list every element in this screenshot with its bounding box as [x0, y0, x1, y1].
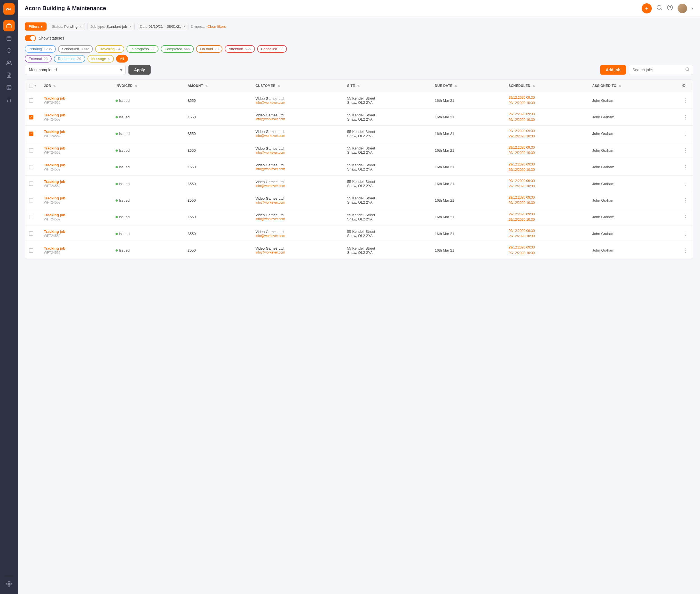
scheduled-start: 29/12:2020 09:30	[508, 111, 584, 117]
table-settings-icon[interactable]: ⚙	[682, 83, 686, 88]
customer-email[interactable]: info@workever.com	[256, 217, 339, 221]
status-badge-requested[interactable]: Requested 29	[54, 55, 85, 63]
status-badge-scheduled[interactable]: Scheduled 8902	[58, 45, 93, 53]
row-menu-button[interactable]: ⋮	[682, 97, 689, 104]
job-link[interactable]: Tracking job	[44, 179, 108, 184]
status-badge-on-hold[interactable]: On hold 28	[196, 45, 223, 53]
help-icon-button[interactable]	[667, 4, 673, 12]
job-link[interactable]: Tracking job	[44, 246, 108, 251]
row-checkbox[interactable]	[29, 248, 33, 253]
row-checkbox[interactable]	[29, 231, 33, 236]
sidebar-item-calendar[interactable]	[3, 33, 14, 44]
sort-icon-site[interactable]: ⇅	[357, 85, 360, 88]
job-link[interactable]: Tracking job	[44, 163, 108, 167]
select-all-checkbox[interactable]	[29, 84, 33, 88]
customer-email[interactable]: info@workever.com	[256, 234, 339, 238]
job-link[interactable]: Tracking job	[44, 130, 108, 134]
customer-email[interactable]: info@workever.com	[256, 101, 339, 105]
row-checkbox[interactable]	[29, 98, 33, 103]
customer-email[interactable]: info@workever.com	[256, 117, 339, 121]
customer-name: Video Games Ltd	[256, 180, 339, 184]
row-menu-button[interactable]: ⋮	[682, 180, 689, 187]
status-badge-completed[interactable]: Completed 565	[161, 45, 194, 53]
sidebar: We.	[0, 0, 18, 594]
sidebar-item-reports[interactable]	[3, 82, 14, 93]
customer-email[interactable]: info@workever.com	[256, 167, 339, 171]
row-checkbox[interactable]	[29, 198, 33, 202]
row-menu-button[interactable]: ⋮	[682, 164, 689, 170]
customer-email[interactable]: info@workever.com	[256, 251, 339, 254]
clear-filters-button[interactable]: Clear filters	[207, 24, 226, 29]
sort-icon-due-date[interactable]: ⇅	[455, 85, 457, 88]
filter-chip-date[interactable]: Date 01/10/21 – 08/01/21 ×	[137, 23, 189, 30]
row-menu-button[interactable]: ⋮	[682, 147, 689, 154]
row-checkbox[interactable]	[29, 132, 33, 136]
row-checkbox[interactable]	[29, 215, 33, 219]
chip-close-status[interactable]: ×	[80, 24, 82, 29]
row-checkbox[interactable]	[29, 115, 33, 120]
sort-icon-amount[interactable]: ⇅	[205, 85, 207, 88]
customer-email[interactable]: info@workever.com	[256, 184, 339, 188]
row-checkbox[interactable]	[29, 182, 33, 186]
site-city: Shaw, OL2 2YA	[347, 234, 427, 238]
search-icon-button[interactable]	[656, 4, 662, 12]
search-input[interactable]	[632, 65, 683, 75]
sidebar-item-analytics[interactable]	[3, 94, 14, 105]
job-link[interactable]: Tracking job	[44, 196, 108, 200]
col-site: SITE ⇅	[343, 80, 431, 92]
status-badge-attention[interactable]: Attention 565	[225, 45, 255, 53]
add-job-button[interactable]: Add job	[600, 65, 626, 75]
row-checkbox[interactable]	[29, 148, 33, 153]
sidebar-item-jobs[interactable]	[3, 20, 14, 31]
chip-close-date[interactable]: ×	[184, 24, 186, 29]
status-badge-travelling[interactable]: Travelling 84	[95, 45, 124, 53]
status-badge-cancelled[interactable]: Cancelled 17	[257, 45, 287, 53]
row-menu-button[interactable]: ⋮	[682, 247, 689, 254]
row-menu-button[interactable]: ⋮	[682, 130, 689, 137]
apply-button[interactable]: Apply	[128, 65, 151, 75]
customer-email[interactable]: info@workever.com	[256, 151, 339, 155]
job-link[interactable]: Tracking job	[44, 229, 108, 234]
job-link[interactable]: Tracking job	[44, 113, 108, 117]
customer-email[interactable]: info@workever.com	[256, 134, 339, 138]
sort-icon-customer[interactable]: ⇅	[278, 85, 280, 88]
sort-icon-invoiced[interactable]: ⇅	[135, 85, 137, 88]
row-menu-button[interactable]: ⋮	[682, 197, 689, 204]
filter-chip-jobtype[interactable]: Job type: Standard job ×	[87, 23, 134, 30]
job-link[interactable]: Tracking job	[44, 213, 108, 217]
chip-close-jobtype[interactable]: ×	[129, 24, 132, 29]
select-dropdown-icon[interactable]: ▾	[34, 84, 36, 87]
sidebar-item-invoices[interactable]	[3, 70, 14, 81]
sidebar-item-history[interactable]	[3, 45, 14, 56]
sidebar-item-users[interactable]	[3, 57, 14, 68]
filter-chip-status[interactable]: Status: Pending ×	[49, 23, 85, 30]
status-badge-message[interactable]: Message 4	[88, 55, 114, 63]
customer-email[interactable]: info@workever.com	[256, 200, 339, 204]
status-badge-all[interactable]: All	[116, 55, 128, 63]
job-link[interactable]: Tracking job	[44, 96, 108, 100]
scheduled-start: 29/12:2020 09:30	[508, 95, 584, 100]
sort-icon-scheduled[interactable]: ⇅	[533, 85, 535, 88]
assigned-to: John Graham	[592, 198, 614, 202]
job-link[interactable]: Tracking job	[44, 146, 108, 150]
row-menu-button[interactable]: ⋮	[682, 214, 689, 221]
more-filters-label[interactable]: 3 more...	[191, 24, 205, 29]
sort-icon-job[interactable]: ⇅	[53, 85, 56, 88]
status-badge-external[interactable]: External 23	[25, 55, 52, 63]
sort-icon-assigned-to[interactable]: ⇅	[619, 85, 621, 88]
action-select[interactable]: Mark completedMark pendingDelete	[25, 65, 126, 75]
global-add-button[interactable]: +	[642, 3, 652, 13]
status-badge-pending[interactable]: Pending 1235	[25, 45, 56, 53]
avatar[interactable]	[677, 4, 687, 13]
filters-button[interactable]: Filters ▾	[25, 23, 46, 31]
row-menu-button[interactable]: ⋮	[682, 230, 689, 237]
status-badge-in-progress[interactable]: In progress 22	[127, 45, 159, 53]
row-menu-button[interactable]: ⋮	[682, 114, 689, 121]
sidebar-item-settings[interactable]	[3, 578, 14, 590]
status-dot	[115, 116, 118, 118]
due-date: 16th Mar 21	[435, 98, 454, 103]
assigned-to: John Graham	[592, 232, 614, 236]
show-statuses-toggle[interactable]	[25, 35, 36, 41]
customer-name: Video Games Ltd	[256, 230, 339, 234]
row-checkbox[interactable]	[29, 165, 33, 169]
